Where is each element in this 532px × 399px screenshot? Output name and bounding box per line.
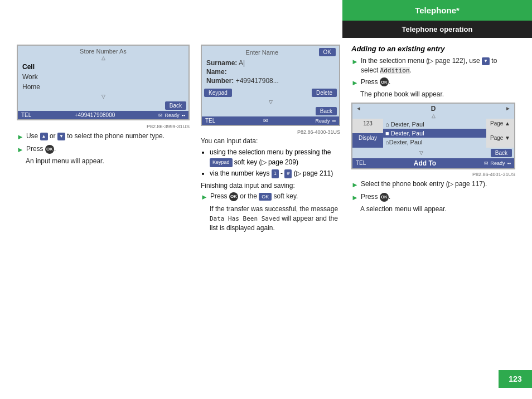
ok-icon: OK [380,77,389,86]
number-field: Number: +499417908... [206,76,335,85]
page-up-button[interactable]: Page ▲ [486,119,514,133]
en-bottom-buttons: Keypad Delete [202,87,339,98]
header-section: Telephone* Telephone operation [342,0,532,38]
status-right: ✉ Ready ▪▪ [158,113,185,118]
finishing-text: Finishing data input and saving: [201,182,340,189]
down-arrow-icon: ▼ [482,57,490,65]
pb-items-area: 123 Display ⌂ Dexter, Paul ■ Dexter, Pau… [352,119,514,148]
key-1-icon: 1 [272,169,279,178]
instruction-text: Press OK. [361,192,515,202]
pb-entry: ■ Dexter, Paul [383,129,486,138]
instruction-line: ► In the selection menu (▷ page 122), us… [351,56,515,75]
section-heading: Adding to an existing entry [351,45,515,53]
instruction-text: Press OK. [26,144,190,154]
status-tel: TEL [205,118,215,124]
surname-field: Surname: A| [206,59,335,67]
page-number: 123 [499,370,532,388]
arrow-icon: ► [351,78,359,88]
status-tel: TEL [21,112,31,118]
screen-caption: P82.86-3999-31US [17,124,190,129]
back-btn-row: Back [202,106,339,116]
back-button[interactable]: Back [165,101,186,110]
status-bar: TEL Add To ✉ Ready ▪▪ [352,158,514,168]
up-arrow-icon: ▲ [40,133,48,140]
instruction-text: Press OK. [361,77,515,87]
screen-buttons: Back [18,100,188,111]
signal-icon: ▪▪ [182,113,185,118]
instruction-line: ► Press OK. [17,144,190,155]
arrow-icon: ► [351,193,359,203]
pb-entry: ⌂ Dexter, Paul [385,120,484,129]
ok-icon: OK [45,145,54,154]
left-column: Store Number As △ Cell Work Home ▽ Back … [17,45,190,388]
envelope-icon: ✉ [484,160,489,166]
screen-title: Store Number As [18,46,188,56]
ready-text: Ready [491,160,505,166]
ready-text: Ready [165,113,180,118]
delete-button[interactable]: Delete [312,89,337,97]
instruction-line: ► Press OK. [351,77,515,88]
add-to-label: Add To [414,159,436,167]
triangle-up: △ [352,114,514,119]
back-button[interactable]: Back [316,107,337,115]
arrow-icon: ► [351,180,359,190]
envelope-icon: ✉ [263,118,268,124]
envelope-icon: ✉ [158,113,163,118]
status-number: +499417908000 [75,112,115,118]
main-content: Store Number As △ Cell Work Home ▽ Back … [0,33,532,399]
store-number-screen: Store Number As △ Cell Work Home ▽ Back … [17,45,190,120]
arrow-icon: ► [17,132,24,142]
name-label: Name: [206,68,227,76]
signal-icon: ▪▪ [507,160,511,166]
pb-right-buttons: Page ▲ Page ▼ [486,119,514,148]
screen-items: Cell Work Home [18,61,188,94]
instruction-line: ► Press OK or the OK soft key. [201,192,340,202]
surname-label: Surname: [206,59,237,67]
left-arrow-icon: ◄ [356,105,361,111]
number-label: Number: [206,77,234,85]
instruction-line: ► Select the phone book entry (▷ page 11… [351,179,515,190]
transfer-text: If the transfer was successful, the mess… [201,205,340,232]
ok-icon: OK [380,193,389,202]
status-bar: TEL +499417908000 ✉ Ready ▪▪ [18,111,188,119]
you-can-text: You can input data: [201,137,340,145]
down-arrow-icon: ▼ [57,133,65,140]
status-right: ✉ Ready ▪▪ [484,160,511,166]
list-item: Home [22,82,184,92]
screen-caption: P82.86-4000-31US [201,129,340,135]
mid-instructions: You can input data: using the selection … [201,137,340,233]
number-value: +499417908... [236,77,279,85]
keypad-button[interactable]: Keypad [204,89,232,97]
label-123: 123 [352,119,383,133]
back-button[interactable]: Back [491,149,512,157]
note-text: A selection menu will appear. [351,205,515,213]
right-arrow-icon: ► [505,105,511,111]
status-bar: TEL ✉ Ready ▪▪ [202,116,339,125]
saved-message: Data Has Been Saved [210,215,280,222]
instruction-text: In the selection menu (▷ page 122), use … [361,56,515,75]
triangle-down: ▽ [352,150,491,155]
pb-letter: D [361,105,505,113]
note-text: An input menu will appear. [17,157,190,165]
pb-entry: ⌂Dexter, Paul [385,138,484,147]
signal-icon: ▪▪ [332,118,336,124]
instruction-text: Press OK or the OK soft key. [210,192,340,201]
middle-column: Enter Name OK Surname: A| Name: Number: … [201,45,340,388]
status-right: Ready ▪▪ [316,118,336,124]
page-down-button[interactable]: Page ▼ [486,133,514,148]
addition-code: Addition [380,67,410,74]
left-instructions: ► Use ▲ or ▼ to select the phone number … [17,132,190,165]
pb-nav-row: ◄ D ► [352,104,514,114]
ok-button[interactable]: OK [319,48,336,56]
keypad-label: Keypad [210,158,233,167]
enter-name-screen: Enter Name OK Surname: A| Name: Number: … [201,45,340,126]
triangle-down: ▽ [18,94,188,99]
screen-title: Enter Name [205,49,319,56]
right-column: Adding to an existing entry ► In the sel… [351,45,515,388]
right-instructions-before: ► In the selection menu (▷ page 122), us… [351,56,515,98]
arrow-icon: ► [201,192,208,202]
screen-caption: P82.86-4001-31US [351,172,515,177]
phonebook-screen: ◄ D ► △ 123 Display ⌂ Dexter, Paul ■ Dex… [351,103,515,169]
instruction-line: ► Use ▲ or ▼ to select the phone number … [17,132,190,142]
list-item: Cell [22,62,184,72]
